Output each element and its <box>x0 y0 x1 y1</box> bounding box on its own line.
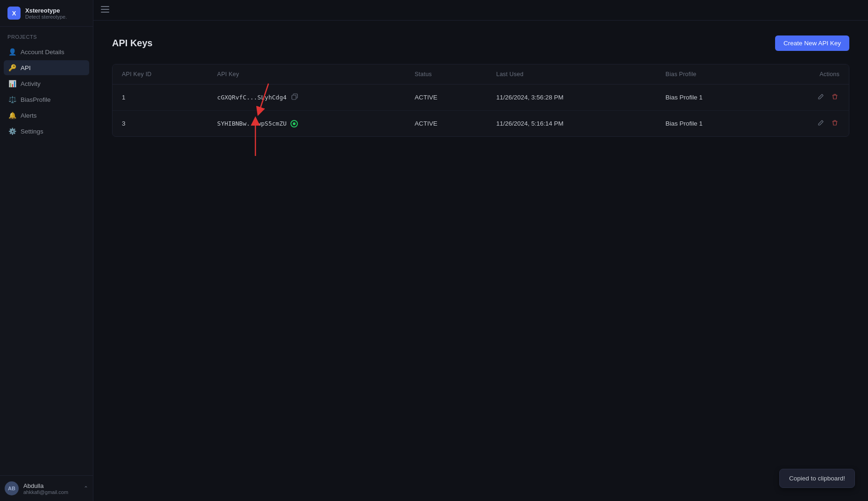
app-logo[interactable]: X Xstereotype Detect stereotype. <box>0 0 93 27</box>
sidebar-item-bias-profile[interactable]: ⚖️ BiasProfile <box>4 92 89 107</box>
toast-notification: Copied to clipboard! <box>779 469 855 488</box>
user-email: ahkkafi@gmail.com <box>23 489 79 495</box>
svg-rect-3 <box>292 95 296 99</box>
api-icon: 🔑 <box>8 64 16 71</box>
sidebar-item-settings[interactable]: ⚙️ Settings <box>4 124 89 139</box>
sidebar-item-label: API <box>21 64 31 71</box>
col-header-bias-profile: Bias Profile <box>656 64 766 85</box>
sidebar-item-account-details[interactable]: 👤 Account Details <box>4 44 89 59</box>
api-key-value-2: SYHIBNBw...wpS5cmZU <box>217 120 287 127</box>
api-keys-table-container: API Key ID API Key Status Last Used Bias… <box>112 64 849 137</box>
sidebar-item-label: Activity <box>21 80 41 87</box>
toast-message: Copied to clipboard! <box>789 475 845 482</box>
col-header-id: API Key ID <box>113 64 208 85</box>
sidebar-item-label: Account Details <box>21 49 64 56</box>
logo-icon: X <box>7 7 21 20</box>
status-value-1: ACTIVE <box>415 94 438 101</box>
sidebar: X Xstereotype Detect stereotype. Project… <box>0 0 93 501</box>
table-row: 3 SYHIBNBw...wpS5cmZU ACTIVE 11/26/2024,… <box>113 111 849 137</box>
main-content: API Keys Create New API Key API Key ID A… <box>93 0 868 501</box>
sidebar-item-label: Settings <box>21 128 43 135</box>
cell-bias-profile-2: Bias Profile 1 <box>656 111 766 137</box>
svg-rect-2 <box>101 12 109 13</box>
svg-rect-1 <box>101 9 109 10</box>
settings-icon: ⚙️ <box>8 127 16 135</box>
sidebar-item-api[interactable]: 🔑 API <box>4 60 89 75</box>
topbar <box>93 0 868 21</box>
cell-actions-2 <box>766 111 849 137</box>
sidebar-item-label: Alerts <box>21 112 37 119</box>
copy-key-button-1[interactable] <box>290 92 299 102</box>
cell-id-2: 3 <box>113 111 208 137</box>
sidebar-item-label: BiasProfile <box>21 96 51 103</box>
sidebar-nav: 👤 Account Details 🔑 API 📊 Activity ⚖️ Bi… <box>0 42 93 475</box>
page-content: API Keys Create New API Key API Key ID A… <box>93 21 868 501</box>
delete-key-button-1[interactable] <box>830 92 840 103</box>
table-row: 1 cGXQRvfC...SLyhCdg4 <box>113 85 849 111</box>
account-details-icon: 👤 <box>8 48 16 56</box>
cell-status-2: ACTIVE <box>405 111 487 137</box>
page-header: API Keys Create New API Key <box>112 35 849 51</box>
table-header-row: API Key ID API Key Status Last Used Bias… <box>113 64 849 85</box>
col-header-actions: Actions <box>766 64 849 85</box>
cell-last-used-2: 11/26/2024, 5:16:14 PM <box>487 111 656 137</box>
col-header-last-used: Last Used <box>487 64 656 85</box>
user-profile[interactable]: AB Abdulla ahkkafi@gmail.com ⌃ <box>0 475 93 501</box>
status-value-2: ACTIVE <box>415 120 438 127</box>
cell-status-1: ACTIVE <box>405 85 487 111</box>
svg-rect-0 <box>101 6 109 7</box>
api-keys-table: API Key ID API Key Status Last Used Bias… <box>113 64 849 136</box>
sidebar-item-activity[interactable]: 📊 Activity <box>4 76 89 91</box>
sidebar-section-label: Projects <box>0 27 93 42</box>
bias-profile-icon: ⚖️ <box>8 96 16 103</box>
alerts-icon: 🔔 <box>8 112 16 119</box>
avatar: AB <box>5 481 19 495</box>
cell-key-2: SYHIBNBw...wpS5cmZU <box>208 111 405 137</box>
app-name: Xstereotype <box>25 7 67 14</box>
cell-actions-1 <box>766 85 849 111</box>
app-tagline: Detect stereotype. <box>25 14 67 20</box>
activity-icon: 📊 <box>8 80 16 87</box>
edit-key-button-1[interactable] <box>816 92 826 103</box>
delete-key-button-2[interactable] <box>830 118 840 129</box>
sidebar-item-alerts[interactable]: 🔔 Alerts <box>4 108 89 123</box>
cell-bias-profile-1: Bias Profile 1 <box>656 85 766 111</box>
cell-key-1: cGXQRvfC...SLyhCdg4 <box>208 85 405 111</box>
chevron-icon: ⌃ <box>84 485 88 492</box>
col-header-status: Status <box>405 64 487 85</box>
api-key-value-1: cGXQRvfC...SLyhCdg4 <box>217 94 287 101</box>
cell-id-1: 1 <box>113 85 208 111</box>
create-api-key-button[interactable]: Create New API Key <box>775 35 849 51</box>
page-title: API Keys <box>112 38 153 49</box>
status-icon-green-2 <box>290 120 298 127</box>
user-name: Abdulla <box>23 482 79 489</box>
sidebar-toggle-button[interactable] <box>101 6 109 14</box>
cell-last-used-1: 11/26/2024, 3:56:28 PM <box>487 85 656 111</box>
edit-key-button-2[interactable] <box>816 118 826 129</box>
col-header-key: API Key <box>208 64 405 85</box>
